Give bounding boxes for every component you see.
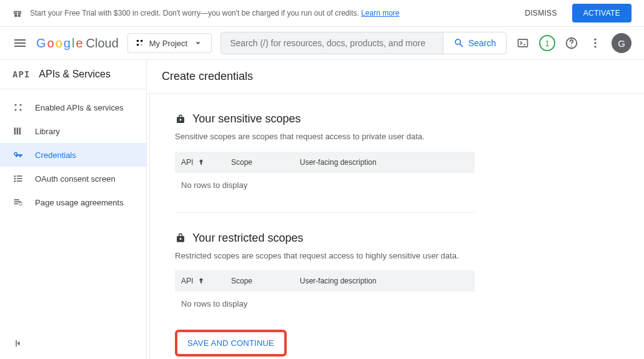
notification-badge[interactable]: 1 — [539, 35, 555, 51]
enabled-apis-icon — [12, 102, 24, 113]
svg-point-5 — [137, 40, 139, 42]
section-description: Restricted scopes are scopes that reques… — [175, 250, 475, 262]
help-icon[interactable] — [564, 36, 579, 51]
menu-icon[interactable] — [12, 36, 27, 51]
gift-icon — [12, 8, 22, 18]
svg-rect-22 — [17, 175, 22, 177]
sidebar-item-library[interactable]: Library — [0, 119, 146, 143]
svg-point-6 — [141, 40, 143, 42]
search-bar: Search — [220, 32, 507, 54]
svg-rect-27 — [14, 199, 19, 200]
learn-more-link[interactable]: Learn more — [361, 9, 399, 17]
project-selector[interactable]: My Project — [127, 33, 212, 53]
sidebar-item-enabled-apis[interactable]: Enabled APIs & services — [0, 96, 146, 119]
avatar[interactable]: G — [612, 33, 632, 53]
banner-text: Start your Free Trial with $300 in credi… — [30, 9, 510, 17]
section-title: Your restricted scopes — [192, 232, 303, 245]
col-api-header[interactable]: API — [175, 277, 231, 285]
sidebar-item-oauth-consent[interactable]: OAuth consent screen — [0, 167, 146, 190]
google-cloud-logo[interactable]: Google Cloud — [36, 36, 119, 51]
svg-point-17 — [19, 109, 21, 111]
svg-point-15 — [19, 104, 21, 106]
svg-rect-9 — [518, 39, 528, 47]
dismiss-button[interactable]: DISMISS — [517, 4, 564, 22]
search-input[interactable] — [221, 32, 442, 54]
project-name: My Project — [149, 39, 187, 48]
main-panel: Create credentials Your sensitive scopes… — [147, 60, 644, 359]
svg-rect-4 — [14, 11, 21, 12]
svg-rect-26 — [17, 180, 22, 182]
svg-point-11 — [594, 39, 596, 41]
sensitive-scopes-table: API Scope User-facing description No row… — [175, 152, 475, 197]
consent-icon — [12, 173, 24, 184]
svg-rect-2 — [14, 14, 17, 17]
lock-icon — [175, 232, 186, 243]
sort-arrow-icon — [197, 158, 206, 167]
svg-point-7 — [137, 44, 139, 46]
empty-row: No rows to display — [175, 173, 475, 197]
svg-rect-0 — [14, 12, 17, 14]
search-button[interactable]: Search — [443, 32, 506, 54]
sidebar-item-label: Enabled APIs & services — [35, 103, 124, 112]
section-title: Your sensitive scopes — [192, 112, 300, 125]
col-scope-header[interactable]: Scope — [231, 158, 300, 167]
free-trial-banner: Start your Free Trial with $300 in credi… — [0, 0, 644, 27]
sidebar-item-label: Library — [35, 127, 60, 136]
svg-rect-25 — [14, 180, 16, 182]
svg-rect-19 — [17, 127, 18, 134]
cloud-shell-icon[interactable] — [515, 36, 530, 51]
sidebar-item-page-usage[interactable]: Page usage agreements — [0, 190, 146, 214]
col-desc-header[interactable]: User-facing description — [300, 158, 475, 167]
svg-rect-24 — [17, 178, 22, 179]
svg-point-30 — [19, 202, 22, 205]
svg-rect-23 — [14, 178, 16, 179]
activate-button[interactable]: ACTIVATE — [572, 4, 632, 22]
svg-rect-29 — [14, 204, 18, 205]
col-api-header[interactable]: API — [175, 158, 231, 167]
app-header: Google Cloud My Project Search 1 G — [0, 27, 644, 60]
col-scope-header[interactable]: Scope — [231, 277, 300, 285]
lock-open-icon — [175, 114, 186, 125]
project-dots-icon — [136, 39, 144, 47]
sensitive-scopes-section: Your sensitive scopes Sensitive scopes a… — [175, 112, 475, 213]
svg-point-13 — [594, 46, 596, 47]
sidebar-item-label: Page usage agreements — [35, 198, 124, 207]
key-icon — [12, 149, 24, 160]
restricted-scopes-section: Your restricted scopes Restricted scopes… — [175, 232, 475, 317]
svg-rect-20 — [19, 127, 21, 134]
svg-point-8 — [141, 44, 143, 46]
save-and-continue-button[interactable]: SAVE AND CONTINUE — [179, 333, 283, 353]
api-badge-icon: API — [12, 69, 30, 79]
sidebar: API APIs & Services Enabled APIs & servi… — [0, 60, 147, 359]
table-header: API Scope User-facing description — [175, 152, 475, 173]
table-header: API Scope User-facing description — [175, 270, 475, 292]
chevron-down-icon — [192, 37, 204, 49]
svg-point-12 — [594, 42, 596, 44]
sort-arrow-icon — [197, 277, 206, 285]
sidebar-item-label: OAuth consent screen — [35, 174, 116, 184]
sidebar-item-label: Credentials — [35, 150, 76, 160]
svg-point-14 — [14, 104, 16, 106]
restricted-scopes-table: API Scope User-facing description No row… — [175, 270, 475, 316]
more-menu-icon[interactable] — [588, 36, 603, 51]
col-desc-header[interactable]: User-facing description — [300, 277, 475, 285]
svg-rect-18 — [14, 127, 16, 134]
agreement-icon — [12, 197, 24, 208]
page-title: Create credentials — [147, 60, 644, 94]
search-icon — [453, 37, 465, 49]
svg-point-16 — [14, 109, 16, 111]
divider — [175, 212, 475, 213]
svg-rect-1 — [18, 12, 21, 14]
svg-rect-3 — [18, 14, 21, 17]
empty-row: No rows to display — [175, 292, 475, 316]
sidebar-item-credentials[interactable]: Credentials — [0, 143, 146, 167]
section-description: Sensitive scopes are scopes that request… — [175, 130, 475, 143]
save-button-highlight: SAVE AND CONTINUE — [175, 330, 287, 357]
sidebar-header: API APIs & Services — [0, 60, 146, 89]
library-icon — [12, 125, 24, 137]
svg-rect-21 — [14, 175, 16, 177]
collapse-sidebar-icon[interactable] — [12, 338, 24, 349]
